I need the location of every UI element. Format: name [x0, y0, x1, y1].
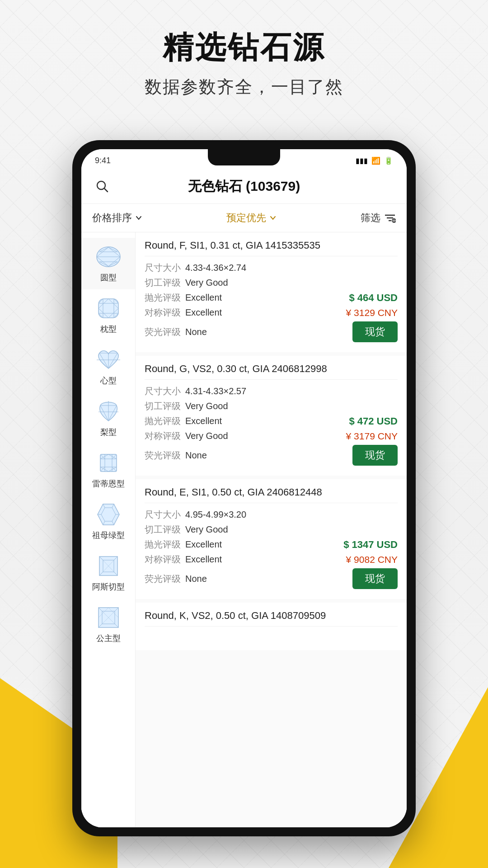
- spec-label-fluor-3: 荧光评级: [145, 573, 185, 585]
- cushion-icon: [94, 296, 123, 321]
- spec-polish-3: 抛光评级 Excellent $ 1347 USD: [145, 538, 398, 551]
- app-title: 无色钻石 (103679): [188, 177, 300, 196]
- svg-line-1: [104, 189, 108, 192]
- diamond-list: Round, F, SI1, 0.31 ct, GIA 1415335535 尺…: [136, 232, 407, 827]
- phone-screen: 9:41 ▮▮▮ 📶 🔋 无色钻石 (103679) 价格排序: [81, 149, 407, 827]
- radiant-label: 雷蒂恩型: [92, 478, 125, 489]
- spec-value-cut-3: Very Good: [185, 524, 398, 535]
- main-title: 精选钻石源: [0, 27, 488, 68]
- price-cny-3: ¥ 9082 CNY: [346, 554, 398, 565]
- spec-sym-2: 对称评级 Very Good ¥ 3179 CNY: [145, 430, 398, 442]
- pear-label: 梨型: [100, 427, 117, 438]
- spec-value-polish-2: Excellent: [185, 416, 349, 426]
- shape-sidebar: 圆型: [81, 232, 136, 827]
- time: 9:41: [95, 156, 111, 165]
- asscher-label: 阿斯切型: [92, 581, 125, 592]
- spec-value-fluor-2: None: [185, 450, 352, 461]
- diamond-title-4: Round, K, VS2, 0.50 ct, GIA 1408709509: [145, 610, 398, 627]
- phone-notch: [208, 149, 280, 165]
- princess-icon: [94, 605, 123, 630]
- spec-value-sym-3: Excellent: [185, 554, 346, 565]
- shape-heart[interactable]: 心型: [81, 341, 135, 392]
- content-area: 圆型: [81, 232, 407, 827]
- diamond-title-1: Round, F, SI1, 0.31 ct, GIA 1415335535: [145, 240, 398, 256]
- spec-label-sym-3: 对称评级: [145, 553, 185, 566]
- stock-button-2[interactable]: 现货: [352, 445, 398, 466]
- filter-bar: 价格排序 预定优先 筛选: [81, 204, 407, 232]
- spec-label-sym-1: 对称评级: [145, 307, 185, 319]
- spec-label-size-3: 尺寸大小: [145, 509, 185, 521]
- spec-label-cut-1: 切工评级: [145, 277, 185, 289]
- heart-icon: [94, 347, 123, 373]
- sort-label: 价格排序: [92, 211, 132, 225]
- spec-label-size-1: 尺寸大小: [145, 262, 185, 274]
- shape-asscher[interactable]: 阿斯切型: [81, 547, 135, 599]
- spec-sym-3: 对称评级 Excellent ¥ 9082 CNY: [145, 553, 398, 566]
- spec-value-size-2: 4.31-4.33×2.57: [185, 386, 398, 396]
- svg-rect-19: [99, 299, 118, 318]
- diamond-title-2: Round, G, VS2, 0.30 ct, GIA 2406812998: [145, 363, 398, 380]
- spec-label-polish-3: 抛光评级: [145, 538, 185, 551]
- spec-fluor-3: 荧光评级 None 现货: [145, 568, 398, 589]
- app-header: 无色钻石 (103679): [81, 172, 407, 204]
- spec-value-size-3: 4.95-4.99×3.20: [185, 509, 398, 520]
- shape-pear[interactable]: 梨型: [81, 392, 135, 444]
- spec-value-sym-1: Excellent: [185, 307, 346, 318]
- spec-polish-2: 抛光评级 Excellent $ 472 USD: [145, 415, 398, 427]
- spec-cut-2: 切工评级 Very Good: [145, 400, 398, 412]
- spec-label-fluor-2: 荧光评级: [145, 449, 185, 462]
- spec-size-3: 尺寸大小 4.95-4.99×3.20: [145, 509, 398, 521]
- priority-filter[interactable]: 预定优先: [226, 211, 361, 225]
- spec-value-fluor-3: None: [185, 574, 352, 584]
- stock-button-1[interactable]: 现货: [352, 321, 398, 342]
- spec-cut-3: 切工评级 Very Good: [145, 524, 398, 536]
- filter-right[interactable]: 筛选: [361, 211, 396, 225]
- priority-label: 预定优先: [226, 211, 266, 225]
- round-icon: [94, 244, 123, 269]
- princess-label: 公主型: [96, 633, 121, 644]
- emerald-label: 祖母绿型: [92, 530, 125, 541]
- price-cny-2: ¥ 3179 CNY: [346, 431, 398, 442]
- spec-polish-1: 抛光评级 Excellent $ 464 USD: [145, 292, 398, 304]
- shape-cushion[interactable]: 枕型: [81, 289, 135, 341]
- price-cny-1: ¥ 3129 CNY: [346, 307, 398, 318]
- sort-filter[interactable]: 价格排序: [92, 211, 226, 225]
- phone-mockup: 9:41 ▮▮▮ 📶 🔋 无色钻石 (103679) 价格排序: [72, 140, 416, 836]
- spec-label-polish-2: 抛光评级: [145, 415, 185, 427]
- shape-round[interactable]: 圆型: [81, 238, 135, 289]
- spec-label-sym-2: 对称评级: [145, 430, 185, 442]
- diamond-title-3: Round, E, SI1, 0.50 ct, GIA 2406812448: [145, 486, 398, 503]
- spec-label-fluor-1: 荧光评级: [145, 326, 185, 338]
- spec-value-polish-3: Excellent: [185, 539, 343, 550]
- emerald-icon: [94, 502, 123, 527]
- diamond-card-4[interactable]: Round, K, VS2, 0.50 ct, GIA 1408709509: [136, 603, 407, 650]
- spec-label-cut-2: 切工评级: [145, 400, 185, 412]
- search-button[interactable]: [92, 176, 112, 196]
- diamond-card-2[interactable]: Round, G, VS2, 0.30 ct, GIA 2406812998 尺…: [136, 356, 407, 476]
- spec-value-cut-2: Very Good: [185, 401, 398, 411]
- cushion-label: 枕型: [100, 324, 117, 335]
- sub-title: 数据参数齐全，一目了然: [0, 75, 488, 99]
- heart-label: 心型: [100, 375, 117, 386]
- spec-label-polish-1: 抛光评级: [145, 292, 185, 304]
- header-section: 精选钻石源 数据参数齐全，一目了然: [0, 27, 488, 99]
- spec-value-cut-1: Very Good: [185, 278, 398, 288]
- diamond-card-1[interactable]: Round, F, SI1, 0.31 ct, GIA 1415335535 尺…: [136, 232, 407, 352]
- asscher-icon: [94, 553, 123, 579]
- spec-cut-1: 切工评级 Very Good: [145, 277, 398, 289]
- shape-emerald[interactable]: 祖母绿型: [81, 495, 135, 547]
- price-usd-3: $ 1347 USD: [343, 539, 398, 551]
- battery-icon: 🔋: [384, 156, 393, 165]
- spec-value-size-1: 4.33-4.36×2.74: [185, 263, 398, 273]
- wifi-icon: 📶: [371, 156, 380, 165]
- shape-princess[interactable]: 公主型: [81, 599, 135, 650]
- spec-sym-1: 对称评级 Excellent ¥ 3129 CNY: [145, 307, 398, 319]
- round-label: 圆型: [100, 272, 117, 283]
- spec-label-size-2: 尺寸大小: [145, 385, 185, 397]
- shape-radiant[interactable]: 雷蒂恩型: [81, 444, 135, 495]
- status-icons: ▮▮▮ 📶 🔋: [356, 156, 393, 165]
- diamond-card-3[interactable]: Round, E, SI1, 0.50 ct, GIA 2406812448 尺…: [136, 479, 407, 599]
- price-col-1: $ 464 USD: [349, 292, 398, 304]
- radiant-icon: [94, 450, 123, 476]
- stock-button-3[interactable]: 现货: [352, 568, 398, 589]
